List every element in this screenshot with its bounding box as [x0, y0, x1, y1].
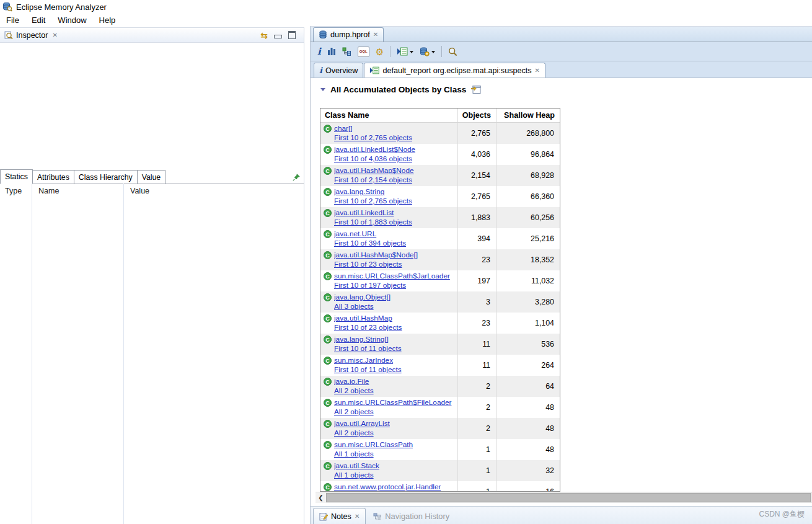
- class-name-link[interactable]: java.util.LinkedList$Node: [334, 145, 415, 154]
- oql-button[interactable]: OQL: [358, 47, 369, 57]
- objects-subset-link[interactable]: All 1 objects: [334, 450, 413, 459]
- table-row[interactable]: C sun.misc.JarIndex First 10 of 11 objec…: [320, 355, 560, 376]
- menu-help[interactable]: Help: [93, 14, 122, 26]
- dominator-tree-button[interactable]: [342, 47, 351, 56]
- column-name[interactable]: Name: [32, 187, 123, 195]
- objects-subset-link[interactable]: All 2 objects: [334, 407, 452, 417]
- objects-subset-link[interactable]: First 10 of 23 objects: [334, 260, 418, 269]
- class-name-link[interactable]: sun.misc.JarIndex: [334, 356, 402, 365]
- table-row[interactable]: C sun.misc.URLClassPath$JarLoader First …: [320, 270, 560, 291]
- class-name-link[interactable]: java.lang.String: [334, 187, 412, 197]
- header-shallow-heap[interactable]: Shallow Heap: [496, 109, 560, 122]
- objects-subset-link[interactable]: First 10 of 197 objects: [334, 281, 450, 290]
- objects-subset-link[interactable]: First 10 of 2,765 objects: [334, 133, 412, 143]
- window-titlebar: Eclipse Memory Analyzer: [0, 0, 812, 14]
- class-name-link[interactable]: sun.net.www.protocol.jar.Handler: [334, 482, 441, 492]
- tab-value[interactable]: Value: [137, 170, 166, 184]
- header-class-name[interactable]: Class Name: [320, 109, 457, 122]
- notes-close-icon[interactable]: ✕: [355, 513, 360, 520]
- editor-tab-dump-hprof[interactable]: dump.hprof ✕: [313, 27, 384, 42]
- run-report-button[interactable]: [397, 47, 413, 56]
- objects-subset-link[interactable]: First 10 of 1,883 objects: [334, 218, 412, 227]
- maximize-view-icon[interactable]: [288, 31, 296, 39]
- class-name-link[interactable]: sun.misc.URLClassPath$JarLoader: [334, 272, 450, 281]
- editor-tab-close-icon[interactable]: ✕: [373, 32, 378, 38]
- tab-attributes[interactable]: Attributes: [32, 170, 74, 184]
- horizontal-scrollbar[interactable]: ❮: [316, 492, 812, 503]
- menu-edit[interactable]: Edit: [25, 14, 51, 26]
- table-row[interactable]: C java.io.File All 2 objects 2 64: [320, 376, 560, 397]
- tab-default-report[interactable]: default_report org.eclipse.mat.api:suspe…: [364, 63, 545, 78]
- objects-subset-link[interactable]: All 2 objects: [334, 386, 374, 396]
- table-row[interactable]: C java.net.URL First 10 of 394 objects 3…: [320, 228, 560, 249]
- inspector-close-icon[interactable]: ✕: [52, 32, 57, 38]
- class-name-link[interactable]: char[]: [334, 124, 412, 133]
- table-row[interactable]: C sun.net.www.protocol.jar.Handler All 1…: [320, 481, 560, 492]
- table-row[interactable]: C java.util.LinkedList First 10 of 1,883…: [320, 207, 560, 228]
- table-row[interactable]: C java.util.ArrayList All 2 objects 2 48: [320, 418, 560, 439]
- column-value[interactable]: Value: [123, 187, 304, 195]
- class-name-link[interactable]: java.util.HashMap: [334, 314, 402, 323]
- expert-system-test-button[interactable]: ⚙: [376, 47, 384, 56]
- minimize-view-icon[interactable]: [274, 35, 282, 38]
- tab-navigation-history[interactable]: Navigation History: [373, 512, 449, 524]
- class-name-link[interactable]: java.util.HashMap$Node: [334, 166, 414, 175]
- tab-overview[interactable]: i Overview: [314, 63, 363, 78]
- shallow-heap-value: 11,032: [496, 270, 560, 291]
- overview-info-button[interactable]: i: [317, 47, 321, 56]
- table-row[interactable]: C java.lang.String First 10 of 2,765 obj…: [320, 186, 560, 207]
- pin-icon[interactable]: [293, 174, 304, 184]
- class-icon: C: [324, 378, 332, 386]
- open-in-table-icon[interactable]: [471, 85, 481, 94]
- table-row[interactable]: C java.util.Stack All 1 objects 1 32: [320, 460, 560, 481]
- tab-notes[interactable]: Notes ✕: [313, 508, 366, 524]
- class-name-link[interactable]: java.io.File: [334, 377, 374, 386]
- objects-subset-link[interactable]: First 10 of 23 objects: [334, 323, 402, 332]
- tab-statics[interactable]: Statics: [0, 169, 33, 184]
- class-name-link[interactable]: java.lang.Object[]: [334, 293, 391, 302]
- class-name-link[interactable]: java.net.URL: [334, 229, 406, 239]
- collapse-twistie-icon[interactable]: [320, 88, 325, 91]
- table-row[interactable]: C sun.misc.URLClassPath All 1 objects 1 …: [320, 439, 560, 460]
- scrollbar-thumb[interactable]: [326, 493, 811, 502]
- tab-close-icon[interactable]: ✕: [535, 68, 540, 74]
- dropdown-arrow-icon[interactable]: [431, 51, 435, 53]
- scroll-left-arrow-icon[interactable]: ❮: [316, 492, 326, 503]
- objects-subset-link[interactable]: First 10 of 2,154 objects: [334, 175, 414, 185]
- table-row[interactable]: C java.lang.Object[] All 3 objects 3 3,2…: [320, 291, 560, 313]
- class-name-link[interactable]: java.util.Stack: [334, 461, 379, 471]
- objects-subset-link[interactable]: First 10 of 11 objects: [334, 365, 402, 375]
- objects-subset-link[interactable]: First 10 of 4,036 objects: [334, 154, 415, 164]
- table-row[interactable]: C java.util.LinkedList$Node First 10 of …: [320, 144, 560, 165]
- class-name-link[interactable]: java.util.ArrayList: [334, 419, 390, 429]
- objects-subset-link[interactable]: First 10 of 2,765 objects: [334, 197, 412, 206]
- dropdown-arrow-icon[interactable]: [410, 51, 413, 53]
- acquire-heap-dump-button[interactable]: [420, 47, 435, 56]
- class-name-link[interactable]: java.util.HashMap$Node[]: [334, 251, 418, 260]
- search-button[interactable]: [448, 47, 457, 56]
- menu-window[interactable]: Window: [51, 14, 92, 26]
- link-with-snapshot-icon[interactable]: ⇆: [260, 31, 268, 40]
- tab-class-hierarchy[interactable]: Class Hierarchy: [74, 170, 138, 184]
- table-row[interactable]: C char[] First 10 of 2,765 objects 2,765…: [320, 123, 560, 144]
- class-icon: C: [324, 314, 332, 322]
- objects-subset-link[interactable]: First 10 of 11 objects: [334, 344, 402, 353]
- histogram-button[interactable]: [327, 47, 336, 56]
- table-row[interactable]: C java.util.HashMap$Node[] First 10 of 2…: [320, 249, 560, 270]
- menu-file[interactable]: File: [0, 14, 25, 26]
- table-row[interactable]: C sun.misc.URLClassPath$FileLoader All 2…: [320, 397, 560, 418]
- table-row[interactable]: C java.util.HashMap First 10 of 23 objec…: [320, 313, 560, 334]
- class-name-link[interactable]: java.lang.String[]: [334, 335, 402, 344]
- header-objects[interactable]: Objects: [457, 109, 496, 122]
- class-name-link[interactable]: sun.misc.URLClassPath$FileLoader: [334, 398, 452, 407]
- class-name-link[interactable]: java.util.LinkedList: [334, 208, 412, 218]
- objects-subset-link[interactable]: All 1 objects: [334, 471, 379, 480]
- column-type[interactable]: Type: [0, 187, 32, 195]
- table-row[interactable]: C java.lang.String[] First 10 of 11 obje…: [320, 334, 560, 355]
- objects-subset-link[interactable]: All 3 objects: [334, 302, 391, 311]
- class-name-link[interactable]: sun.misc.URLClassPath: [334, 440, 413, 450]
- objects-subset-link[interactable]: First 10 of 394 objects: [334, 239, 406, 248]
- objects-subset-link[interactable]: All 2 objects: [334, 429, 390, 438]
- objects-count: 2,765: [457, 186, 496, 207]
- table-row[interactable]: C java.util.HashMap$Node First 10 of 2,1…: [320, 165, 560, 186]
